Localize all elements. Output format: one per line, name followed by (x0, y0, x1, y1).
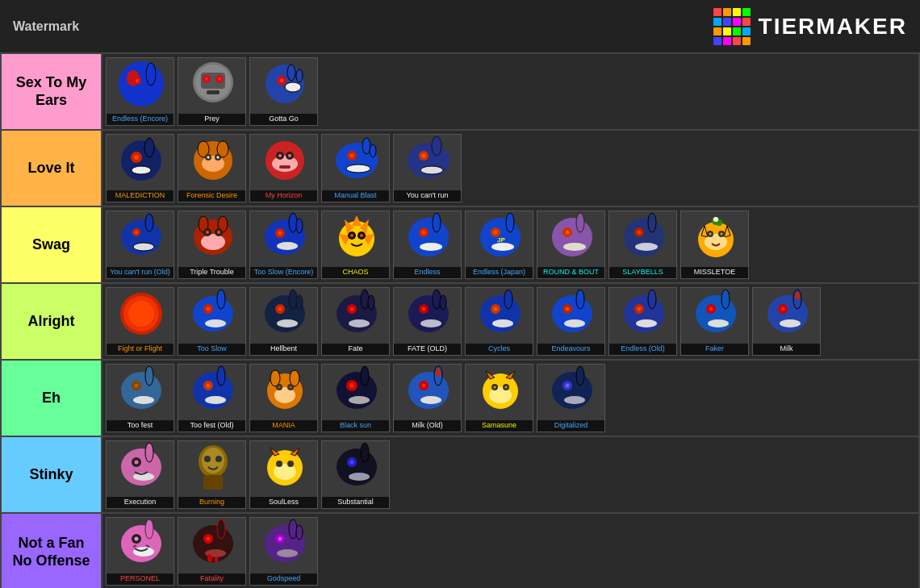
svg-point-4 (136, 79, 139, 82)
svg-point-161 (780, 307, 784, 311)
svg-point-126 (361, 290, 369, 309)
svg-point-188 (436, 369, 441, 377)
tier-items-love: MALEDICTION (102, 131, 918, 206)
list-item: Digitalized (537, 364, 605, 432)
svg-point-43 (349, 154, 353, 158)
item-label: FATE (OLD) (394, 344, 461, 355)
list-item: Black sun (321, 364, 390, 432)
svg-point-123 (278, 307, 282, 311)
svg-point-121 (296, 295, 303, 310)
svg-point-184 (349, 383, 354, 388)
list-item: Forensic Desire (178, 134, 246, 202)
list-item: Burning (178, 440, 246, 509)
tier-row-swag: Swag You can't run (Old) (2, 207, 918, 284)
svg-point-135 (421, 307, 425, 311)
list-item: MISSLETOE (680, 211, 749, 279)
item-label: MANIA (250, 420, 317, 432)
svg-point-49 (420, 166, 443, 174)
list-item: MALEDICTION (106, 134, 174, 202)
tier-label-alright: Alright (2, 284, 102, 359)
svg-point-78 (360, 234, 363, 237)
svg-point-85 (506, 213, 514, 232)
svg-point-164 (145, 366, 153, 386)
svg-point-91 (576, 213, 584, 232)
svg-point-169 (217, 366, 225, 386)
svg-point-88 (491, 243, 514, 251)
list-item: You can't run (Old) (106, 211, 174, 279)
svg-point-191 (420, 396, 441, 404)
svg-point-65 (296, 219, 303, 233)
item-label: You can't run (394, 190, 461, 202)
svg-text:JP: JP (497, 236, 505, 244)
svg-point-83 (420, 243, 442, 251)
list-item: Milk (752, 287, 821, 356)
svg-point-148 (648, 290, 656, 309)
list-item: Execution (106, 440, 174, 509)
list-item: SoulLess (249, 440, 318, 509)
svg-point-159 (795, 292, 800, 300)
tier-label-love: Love It (2, 131, 102, 206)
svg-point-117 (206, 307, 210, 311)
svg-point-82 (421, 231, 425, 235)
svg-point-67 (278, 231, 282, 236)
svg-point-138 (504, 290, 512, 309)
item-label: Too Slow (Encore) (250, 267, 317, 278)
tier-label-swag: Swag (2, 207, 102, 282)
svg-point-23 (132, 166, 151, 174)
tier-label-stinky: Stinky (2, 437, 102, 512)
item-label: SLAYBELLS (609, 267, 676, 278)
item-label: Endless (Old) (609, 344, 676, 355)
logo-grid (713, 8, 751, 45)
svg-point-175 (290, 370, 299, 386)
svg-point-64 (289, 213, 297, 232)
svg-point-208 (145, 443, 153, 462)
svg-point-110 (713, 217, 718, 222)
svg-point-231 (145, 519, 153, 539)
svg-point-195 (489, 387, 512, 403)
item-label: Burning (178, 497, 245, 508)
svg-point-233 (134, 537, 138, 541)
svg-rect-38 (279, 165, 291, 169)
item-label: Godspeed (250, 573, 317, 585)
svg-point-106 (709, 233, 711, 236)
svg-point-136 (420, 319, 441, 327)
svg-point-145 (565, 307, 569, 311)
svg-point-10 (205, 77, 208, 81)
tier-label-notfan: Not a Fan No Offense (2, 514, 102, 588)
item-label: Manual Blast (322, 190, 389, 202)
svg-point-199 (504, 386, 507, 389)
svg-point-133 (440, 295, 446, 310)
svg-point-151 (636, 319, 657, 327)
list-item: JP Endless (Japan) (465, 211, 533, 279)
item-label: CHAOS (322, 267, 389, 278)
svg-point-17 (279, 79, 283, 83)
svg-point-222 (287, 461, 294, 467)
svg-point-198 (493, 386, 496, 389)
item-label: Endeavours (537, 344, 604, 355)
list-item: Too fest (106, 364, 174, 432)
svg-point-166 (134, 384, 138, 388)
tiermaker-wrapper: Watermark TiERMAKER (0, 0, 920, 588)
svg-point-14 (287, 65, 295, 81)
svg-point-247 (277, 549, 298, 557)
svg-point-226 (361, 443, 369, 462)
item-label: Endless (Japan) (466, 267, 533, 278)
list-item: Endless (Old) (608, 287, 677, 356)
list-item: Fate (321, 287, 390, 356)
item-label: Too fest (Old) (178, 420, 245, 432)
svg-rect-12 (207, 90, 220, 94)
list-item: MANIA (249, 364, 318, 432)
item-label: Forensic Desire (178, 190, 245, 202)
item-label: Prey (178, 114, 245, 125)
svg-point-229 (349, 473, 370, 481)
svg-point-220 (274, 464, 296, 480)
svg-point-103 (705, 234, 727, 250)
svg-point-180 (289, 386, 291, 389)
svg-point-240 (207, 554, 212, 562)
svg-point-30 (207, 156, 209, 159)
item-label: MALEDICTION (107, 190, 174, 202)
svg-point-215 (204, 456, 211, 462)
svg-point-246 (278, 537, 282, 541)
svg-point-46 (432, 136, 441, 156)
list-item: Faker (680, 287, 749, 356)
